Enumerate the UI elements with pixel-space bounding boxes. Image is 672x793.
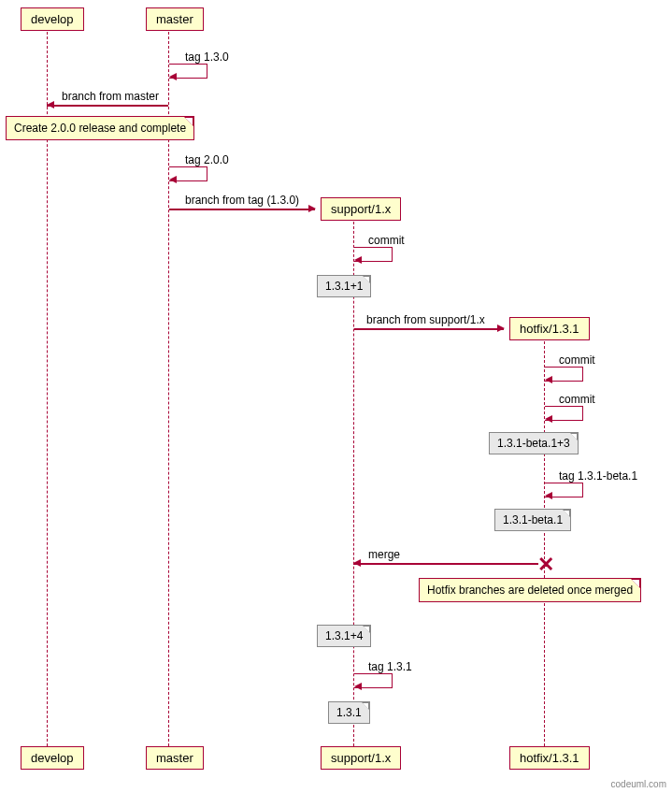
note-text: Create 2.0.0 release and complete <box>14 122 186 135</box>
label: develop <box>31 751 74 765</box>
label: support/1.x <box>331 202 391 216</box>
label: hotfix/1.3.1 <box>520 322 579 336</box>
msg-tag131: tag 1.3.1 <box>368 660 412 673</box>
msg-merge: merge <box>368 548 400 561</box>
vnote-text: 1.3.1-beta.1+3 <box>497 437 570 450</box>
arrow-branch-from-tag <box>308 205 316 212</box>
participant-develop-bottom: develop <box>21 746 84 770</box>
vnote-131: 1.3.1 <box>328 701 370 724</box>
participant-support-bottom: support/1.x <box>321 746 401 770</box>
arrow-commit-hotfix1 <box>545 376 552 383</box>
note-release: Create 2.0.0 release and complete <box>6 116 194 140</box>
msg-tag130: tag 1.3.0 <box>185 50 229 64</box>
line-branch-from-master <box>47 105 168 107</box>
note-hotfix-deleted: Hotfix branches are deleted once merged <box>419 578 641 602</box>
vnote-131p4: 1.3.1+4 <box>317 625 371 647</box>
note-text: Hotfix branches are deleted once merged <box>427 584 633 597</box>
label: support/1.x <box>331 751 391 765</box>
vnote-131b1: 1.3.1-beta.1 <box>494 509 571 531</box>
participant-hotfix-create: hotfix/1.3.1 <box>509 317 590 340</box>
label: master <box>156 12 193 26</box>
msg-branch-from-tag: branch from tag (1.3.0) <box>185 194 299 207</box>
arrow-commit-hotfix2 <box>545 415 552 423</box>
line-branch-from-tag <box>169 209 315 210</box>
arrow-tag130 <box>169 73 177 80</box>
label: master <box>156 751 193 765</box>
msg-tag131b1: tag 1.3.1-beta.1 <box>559 469 637 483</box>
msg-commit-hotfix1: commit <box>559 353 595 367</box>
line-merge <box>353 563 538 565</box>
vnote-text: 1.3.1+4 <box>325 629 363 642</box>
line-branch-from-support <box>354 328 504 330</box>
msg-commit-support: commit <box>368 234 405 247</box>
msg-branch-from-support: branch from support/1.x <box>366 313 485 326</box>
footer-link: codeuml.com <box>611 779 666 789</box>
label: develop <box>31 12 74 26</box>
arrow-tag131b1 <box>545 492 552 499</box>
lifeline-hotfix <box>544 337 545 746</box>
msg-branch-from-master: branch from master <box>62 90 159 103</box>
arrow-merge <box>353 559 361 567</box>
msg-commit-hotfix2: commit <box>559 393 595 406</box>
participant-support-create: support/1.x <box>321 197 401 221</box>
arrow-branch-from-support <box>497 324 505 332</box>
arrow-commit-support <box>354 256 362 264</box>
participant-master-top: master <box>146 7 204 31</box>
participant-master-bottom: master <box>146 746 204 770</box>
arrow-branch-from-master <box>47 101 54 108</box>
vnote-text: 1.3.1 <box>336 706 362 719</box>
msg-tag200: tag 2.0.0 <box>185 153 229 166</box>
arrow-tag200 <box>169 176 177 183</box>
vnote-text: 1.3.1-beta.1 <box>503 513 563 526</box>
destroy-hotfix: ✕ <box>537 558 554 571</box>
vnote-131p1: 1.3.1+1 <box>317 275 371 297</box>
arrow-tag131 <box>354 683 362 690</box>
participant-develop-top: develop <box>21 7 84 31</box>
vnote-131b1p3: 1.3.1-beta.1+3 <box>489 432 579 454</box>
vnote-text: 1.3.1+1 <box>325 280 363 293</box>
label: hotfix/1.3.1 <box>520 751 579 765</box>
participant-hotfix-bottom: hotfix/1.3.1 <box>509 746 590 770</box>
